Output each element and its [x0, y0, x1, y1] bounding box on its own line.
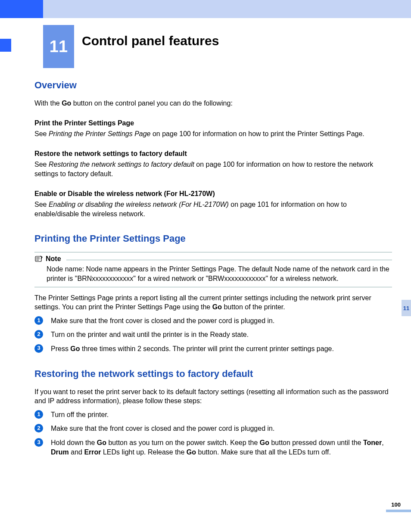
- note-rule: [66, 260, 392, 260]
- restoring-steps: 1Turn off the printer. 2Make sure that t…: [34, 410, 392, 457]
- page-content: Overview With the Go button on the contr…: [34, 80, 392, 462]
- step-bullet: 2: [34, 330, 43, 339]
- restoring-desc: If you want to reset the print server ba…: [34, 387, 392, 406]
- overview-link-0[interactable]: Printing the Printer Settings Page: [49, 130, 151, 137]
- section-tab[interactable]: 11: [402, 300, 411, 316]
- overview-link-1[interactable]: Restoring the network settings to factor…: [49, 161, 194, 168]
- page-number-bar: [386, 510, 411, 512]
- page-number: 100: [391, 501, 401, 508]
- note-body: Node name: Node name appears in the Prin…: [34, 264, 392, 283]
- chapter-number-badge: 11: [43, 25, 74, 68]
- overview-item-body-2: See Enabling or disabling the wireless n…: [34, 200, 392, 218]
- overview-link-2[interactable]: Enabling or disabling the wireless netwo…: [49, 201, 229, 208]
- step-bullet: 2: [34, 424, 43, 432]
- chapter-title: Control panel features: [82, 34, 219, 48]
- overview-item-title-1: Restore the network settings to factory …: [34, 149, 392, 159]
- step-bullet: 1: [34, 410, 43, 419]
- overview-item-body-0: See Printing the Printer Settings Page o…: [34, 129, 392, 139]
- list-item: 3 Press Go three times within 2 seconds.…: [34, 344, 392, 354]
- list-item: 2Make sure that the front cover is close…: [34, 424, 392, 433]
- step-bullet: 3: [34, 344, 43, 353]
- printing-heading: Printing the Printer Settings Page: [34, 233, 392, 244]
- header-band: [0, 0, 411, 18]
- list-item: 1Make sure that the front cover is close…: [34, 316, 392, 326]
- note-label: Note: [46, 255, 61, 263]
- list-item: 1Turn off the printer.: [34, 410, 392, 420]
- overview-item-title-0: Print the Printer Settings Page: [34, 118, 392, 128]
- restoring-heading: Restoring the network settings to factor…: [34, 368, 392, 380]
- step-bullet: 1: [34, 316, 43, 325]
- overview-heading: Overview: [34, 80, 392, 91]
- list-item: 3 Hold down the Go button as you turn on…: [34, 438, 392, 457]
- left-accent-stub: [0, 39, 11, 52]
- overview-item-body-1: See Restoring the network settings to fa…: [34, 160, 392, 178]
- note-icon: [34, 255, 43, 263]
- header-accent-lilac: [43, 0, 411, 18]
- step-bullet: 3: [34, 438, 43, 447]
- overview-intro: With the Go button on the control panel …: [34, 99, 392, 108]
- header-accent-blue: [0, 0, 43, 18]
- list-item: 2Turn on the printer and wait until the …: [34, 330, 392, 339]
- printing-steps: 1Make sure that the front cover is close…: [34, 316, 392, 354]
- note-block: Note Node name: Node name appears in the…: [34, 252, 392, 287]
- printing-desc: The Printer Settings Page prints a repor…: [34, 293, 392, 312]
- overview-item-title-2: Enable or Disable the wireless network (…: [34, 189, 392, 199]
